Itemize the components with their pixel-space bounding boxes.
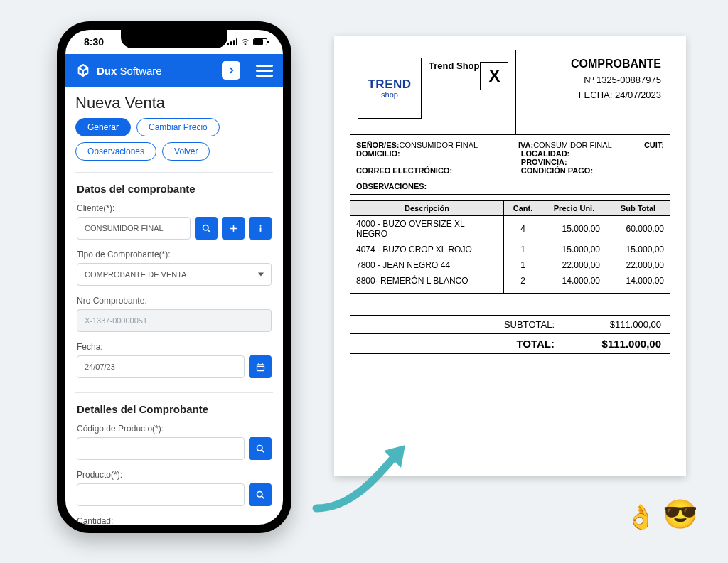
cell-precio: 14.000,00: [542, 273, 606, 294]
header-nav-button[interactable]: [222, 61, 240, 80]
svg-point-0: [203, 225, 208, 230]
cell-precio: 22.000,00: [542, 257, 606, 273]
cell-sub: 60.000,00: [606, 216, 670, 242]
totals-box: SUBTOTAL:$111.000,00 TOTAL:$111.000,00: [350, 315, 670, 354]
cell-desc: 4074 - BUZO CROP XL ROJO: [350, 242, 504, 257]
cantidad-field: Cantidad: 0,00: [77, 516, 272, 525]
cell-cant: 4: [504, 216, 542, 242]
codigo-field: Código de Producto(*):: [77, 424, 272, 460]
cell-desc: 4000 - BUZO OVERSIZE XL NEGRO: [350, 216, 504, 242]
page-title: Nueva Venta: [75, 94, 273, 112]
cell-cant: 1: [504, 257, 542, 273]
svg-line-1: [208, 230, 210, 232]
doc-date: FECHA: 24/07/2023: [525, 90, 661, 100]
emoji-group: 👌 😎: [626, 498, 698, 531]
generar-button[interactable]: Generar: [75, 118, 131, 136]
producto-label: Producto(*):: [77, 470, 272, 480]
cliente-label: Cliente(*):: [77, 203, 272, 213]
shop-name: Trend Shop: [429, 60, 480, 71]
action-buttons: Generar Cambiar Precio Observaciones Vol…: [75, 118, 273, 161]
producto-field: Producto(*):: [77, 470, 272, 506]
doc-header: TREND shop Trend Shop X COMPROBANTE Nº 1…: [350, 50, 670, 135]
arrow-icon: [306, 441, 412, 522]
doc-customer-info: SEÑOR/ES: CONSUMIDOR FINAL IVA: CONSUMID…: [350, 136, 670, 178]
brand-text: Dux Software: [97, 65, 162, 77]
phone-notch: [121, 30, 228, 48]
doc-observaciones: OBSERVACIONES:: [350, 178, 670, 195]
cambiar-precio-button[interactable]: Cambiar Precio: [136, 118, 220, 136]
search-icon: [201, 223, 212, 234]
app-header: Dux Software: [65, 54, 283, 87]
cliente-field: Cliente(*): CONSUMIDOR FINAL: [77, 203, 272, 240]
phone-screen: 8:30 Dux Software Nueva Venta: [65, 30, 283, 525]
doc-title: COMPROBANTE: [525, 58, 661, 70]
subtotal-line: SUBTOTAL:$111.000,00: [350, 316, 670, 333]
cell-precio: 15.000,00: [542, 242, 606, 257]
cell-cant: 2: [504, 273, 542, 294]
total-line: TOTAL:$111.000,00: [350, 333, 670, 353]
volver-button[interactable]: Volver: [162, 142, 210, 161]
cell-sub: 22.000,00: [606, 257, 670, 273]
cell-desc: 7800 - JEAN NEGRO 44: [350, 257, 504, 273]
producto-input[interactable]: [77, 483, 245, 506]
fecha-field: Fecha: 24/07/23: [77, 342, 272, 378]
tipo-select[interactable]: COMPROBANTE DE VENTA: [77, 263, 272, 286]
cell-desc: 8800- REMERÓN L BLANCO: [350, 273, 504, 294]
section-title: Detalles del Comprobante: [77, 403, 272, 415]
table-row: 4000 - BUZO OVERSIZE XL NEGRO415.000,006…: [350, 216, 670, 242]
nro-label: Nro Comprobante:: [77, 296, 272, 306]
status-time: 8:30: [84, 36, 104, 48]
cliente-search-button[interactable]: [195, 217, 218, 240]
calendar-icon: [255, 362, 266, 372]
producto-search-button[interactable]: [249, 483, 272, 506]
table-row: 7800 - JEAN NEGRO 44122.000,0022.000,00: [350, 257, 670, 273]
sunglasses-emoji: 😎: [663, 498, 698, 531]
search-icon: [255, 444, 266, 454]
cell-sub: 15.000,00: [606, 242, 670, 257]
nro-input: X-1337-00000051: [77, 309, 272, 332]
doc-number: Nº 1325-00887975: [525, 75, 661, 85]
observaciones-button[interactable]: Observaciones: [75, 142, 156, 161]
col-descripcion: Descripción: [350, 201, 504, 216]
brand-logo-icon: [75, 63, 91, 78]
menu-icon[interactable]: [256, 65, 273, 77]
table-row: 8800- REMERÓN L BLANCO214.000,0014.000,0…: [350, 273, 670, 294]
fecha-calendar-button[interactable]: [249, 355, 272, 378]
cliente-add-button[interactable]: [222, 217, 245, 240]
cantidad-label: Cantidad:: [77, 516, 272, 525]
table-row: 4074 - BUZO CROP XL ROJO115.000,0015.000…: [350, 242, 670, 257]
plus-icon: [228, 223, 239, 234]
svg-line-11: [262, 450, 264, 452]
datos-comprobante-card: Datos del comprobante Cliente(*): CONSUM…: [75, 172, 273, 392]
codigo-label: Código de Producto(*):: [77, 424, 272, 434]
svg-line-13: [262, 496, 264, 498]
phone-frame: 8:30 Dux Software Nueva Venta: [57, 21, 291, 533]
cell-cant: 1: [504, 242, 542, 257]
svg-point-12: [257, 491, 262, 497]
col-precio: Precio Uni.: [542, 201, 606, 216]
tipo-field: Tipo de Comprobante(*): COMPROBANTE DE V…: [77, 250, 272, 286]
battery-icon: [253, 38, 267, 45]
codigo-input[interactable]: [77, 437, 245, 460]
doc-type-letter: X: [480, 62, 508, 90]
ok-hand-emoji: 👌: [626, 503, 655, 531]
fecha-label: Fecha:: [77, 342, 272, 352]
svg-point-10: [257, 445, 262, 451]
doc-header-right: COMPROBANTE Nº 1325-00887975 FECHA: 24/0…: [516, 50, 670, 134]
search-icon: [255, 490, 266, 500]
svg-point-4: [259, 225, 261, 226]
info-icon: [255, 223, 266, 234]
svg-rect-5: [259, 227, 261, 232]
fecha-input[interactable]: 24/07/23: [77, 355, 245, 378]
items-table: Descripción Cant. Precio Uni. Sub Total …: [350, 200, 670, 294]
cliente-info-button[interactable]: [249, 217, 272, 240]
cliente-input[interactable]: CONSUMIDOR FINAL: [77, 217, 191, 240]
status-right: [228, 37, 268, 47]
shop-logo: TREND shop: [358, 58, 422, 119]
codigo-search-button[interactable]: [249, 437, 272, 460]
cell-precio: 15.000,00: [542, 216, 606, 242]
content: Nueva Venta Generar Cambiar Precio Obser…: [65, 87, 283, 525]
signal-icon: [228, 38, 238, 45]
cell-sub: 14.000,00: [606, 273, 670, 294]
col-cantidad: Cant.: [504, 201, 542, 216]
